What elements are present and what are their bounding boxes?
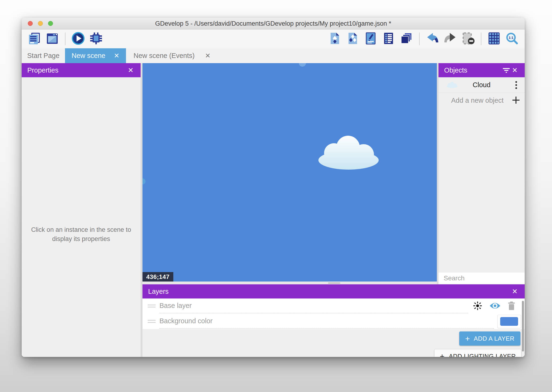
zoom-1-1-button[interactable]: 1:1	[505, 32, 519, 46]
redo-icon	[444, 33, 457, 45]
objects-search-input[interactable]	[439, 274, 525, 282]
cloud-instance[interactable]	[317, 134, 380, 171]
canvas-left-scroll-handle[interactable]	[143, 178, 145, 184]
toolbar-left-group	[27, 32, 103, 46]
layers-icon	[400, 32, 413, 46]
editor-content: Properties ✕ Click on an instance in the…	[22, 63, 525, 357]
toolbar-divider	[419, 33, 420, 45]
tab-label: New scene (Events)	[133, 52, 195, 60]
layer-name[interactable]: Background color	[159, 317, 213, 325]
close-panel-icon[interactable]: ✕	[126, 66, 135, 74]
debug-button[interactable]	[89, 32, 103, 46]
properties-panel: Properties ✕ Click on an instance in the…	[22, 63, 141, 357]
grid-button[interactable]	[487, 32, 501, 46]
add-lighting-layer-button[interactable]: + ADD LIGHTING LAYER	[435, 349, 521, 357]
redo-button[interactable]	[443, 32, 457, 46]
project-manager-icon	[28, 32, 41, 46]
toolbar-right-group: 1:1	[328, 32, 519, 46]
properties-title: Properties	[27, 66, 58, 74]
gdevelop-window: GDevelop 5 - /Users/david/Documents/GDev…	[22, 18, 525, 357]
delete-layer-trash-icon[interactable]	[508, 301, 515, 311]
add-layer-label: ADD A LAYER	[474, 335, 515, 342]
play-button[interactable]	[71, 32, 85, 46]
visibility-eye-icon[interactable]	[489, 302, 501, 311]
objects-panel-button[interactable]	[328, 32, 342, 46]
tab-new-scene-events[interactable]: New scene (Events) ✕	[126, 48, 218, 63]
undo-button[interactable]	[425, 32, 439, 46]
lighting-icon[interactable]	[473, 301, 482, 311]
cloud-thumbnail-icon	[447, 81, 458, 89]
close-tab-icon[interactable]: ✕	[205, 53, 210, 59]
window-mask-button[interactable]	[461, 32, 475, 46]
svg-text:1:1: 1:1	[509, 36, 513, 40]
filter-icon[interactable]	[502, 67, 511, 73]
layers-scrollbar[interactable]	[522, 301, 524, 351]
mask-remove-icon	[461, 32, 475, 46]
add-object-label: Add a new object	[451, 97, 504, 104]
plus-icon: +	[465, 335, 470, 343]
objects-title: Objects	[444, 66, 467, 74]
layers-panel-footer: + ADD A LAYER + ADD LIGHTING LAYER	[143, 329, 525, 357]
instances-list-button[interactable]	[381, 32, 396, 46]
layer-row-base[interactable]: Base layer	[143, 299, 525, 314]
zoom-1-1-icon: 1:1	[505, 32, 518, 46]
layers-header: Layers ✕	[143, 284, 525, 299]
canvas-top-scroll-handle[interactable]	[299, 63, 306, 67]
properties-header: Properties ✕	[22, 63, 141, 77]
object-group-icon	[346, 32, 359, 46]
tab-label: New scene	[72, 52, 105, 60]
canvas-bottom-gap	[143, 281, 437, 284]
toolbar: 1:1	[22, 29, 525, 48]
close-tab-icon[interactable]: ✕	[114, 53, 119, 59]
window-button[interactable]	[45, 32, 59, 46]
window-title: GDevelop 5 - /Users/david/Documents/GDev…	[22, 18, 525, 29]
instances-list-icon	[382, 32, 395, 46]
undo-icon	[426, 33, 439, 45]
horizontal-scrollbar[interactable]	[328, 282, 340, 284]
close-panel-icon[interactable]: ✕	[511, 66, 519, 74]
titlebar: GDevelop 5 - /Users/david/Documents/GDev…	[22, 18, 525, 29]
drag-handle-icon[interactable]	[148, 305, 156, 309]
layers-title: Layers	[148, 288, 169, 295]
object-menu-icon[interactable]	[512, 81, 520, 90]
objects-header: Objects ✕	[439, 63, 525, 77]
layers-panel: Layers ✕ Base layer	[143, 284, 525, 357]
project-manager-button[interactable]	[27, 32, 41, 46]
tab-bar: Start Page New scene ✕ New scene (Events…	[22, 48, 525, 63]
add-object-row[interactable]: Add a new object	[439, 93, 525, 108]
layer-name[interactable]: Base layer	[159, 302, 192, 309]
scene-properties-button[interactable]	[364, 32, 378, 46]
layers-list: Base layer	[143, 299, 525, 329]
objects-search-box	[439, 273, 525, 284]
toolbar-divider	[65, 33, 65, 45]
add-object-plus-icon[interactable]	[512, 96, 520, 105]
play-icon	[72, 32, 85, 46]
window-icon	[45, 32, 59, 46]
toolbar-divider	[481, 33, 481, 45]
tab-new-scene[interactable]: New scene ✕	[65, 48, 126, 63]
background-color-swatch[interactable]	[497, 315, 521, 328]
objects-panel: Objects ✕	[439, 63, 525, 284]
properties-empty-message: Click on an instance in the scene to dis…	[27, 225, 135, 244]
scene-canvas[interactable]: 436;147	[143, 63, 437, 281]
debug-bug-icon	[90, 32, 103, 46]
plus-icon: +	[440, 352, 445, 357]
add-layer-button[interactable]: + ADD A LAYER	[459, 331, 520, 346]
object-icon	[329, 32, 341, 46]
layers-panel-button[interactable]	[399, 32, 414, 46]
tab-start-page[interactable]: Start Page	[22, 48, 65, 63]
layer-row-background-color[interactable]: Background color	[143, 314, 525, 329]
object-list-item[interactable]: Cloud	[439, 77, 525, 93]
tab-label: Start Page	[27, 52, 59, 60]
color-swatch-fill	[500, 317, 518, 326]
object-groups-button[interactable]	[346, 32, 360, 46]
grid-icon	[488, 32, 500, 46]
cursor-coordinates-badge: 436;147	[143, 272, 173, 281]
add-lighting-layer-label: ADD LIGHTING LAYER	[449, 353, 516, 357]
close-panel-icon[interactable]: ✕	[511, 287, 519, 295]
edit-pencil-icon	[364, 32, 377, 46]
drag-handle-icon[interactable]	[148, 320, 156, 324]
